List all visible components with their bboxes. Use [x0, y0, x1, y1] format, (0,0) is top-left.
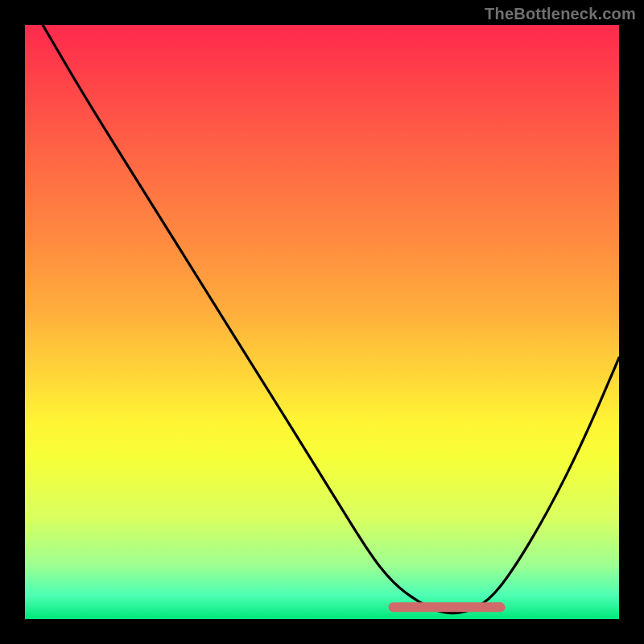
chart-frame: TheBottleneck.com — [0, 0, 644, 644]
flat-region-end-dot — [495, 602, 505, 612]
watermark-text: TheBottleneck.com — [485, 5, 636, 23]
bottleneck-curve-path — [43, 25, 619, 613]
plot-area — [25, 25, 619, 619]
curve-svg — [25, 25, 619, 619]
